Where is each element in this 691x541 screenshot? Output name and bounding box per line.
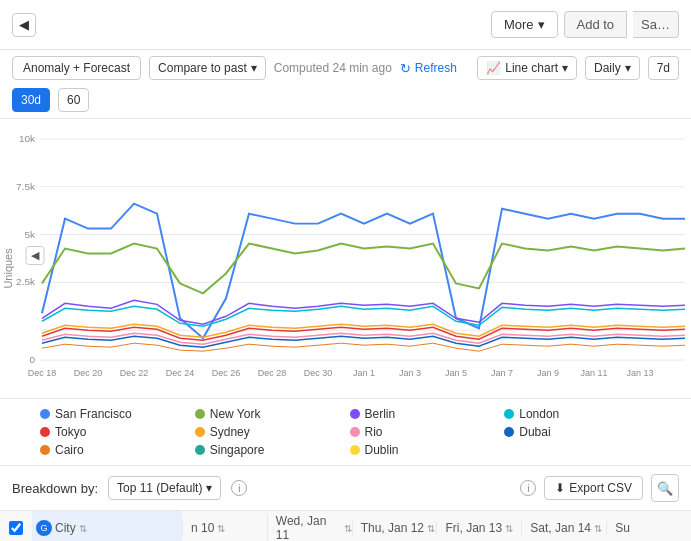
breakdown-info-icon[interactable]: i [231, 480, 247, 496]
tokyo-dot [40, 427, 50, 437]
jan14-sort-icon: ⇅ [594, 523, 602, 534]
chart-area: Uniques 10k 7.5k 5k 2.5k 0 Dec 18 [0, 119, 691, 399]
more-button[interactable]: More ▾ [491, 11, 558, 38]
legend-item[interactable]: New York [195, 407, 342, 421]
legend-item[interactable]: Cairo [40, 443, 187, 457]
legend-item[interactable]: Sydney [195, 425, 342, 439]
table-info-icon[interactable]: i [520, 480, 536, 496]
svg-text:Jan 9: Jan 9 [537, 368, 559, 378]
berlin-label: Berlin [365, 407, 396, 421]
breakdown-select[interactable]: Top 11 (Default) ▾ [108, 476, 221, 500]
legend-item[interactable]: San Francisco [40, 407, 187, 421]
period-7d-button[interactable]: 7d [648, 56, 679, 80]
svg-text:2.5k: 2.5k [16, 276, 35, 287]
save-button[interactable]: Sa… [633, 11, 679, 38]
svg-text:Jan 13: Jan 13 [627, 368, 654, 378]
chart-icon: 📈 [486, 61, 501, 75]
svg-text:Jan 11: Jan 11 [581, 368, 608, 378]
legend-item[interactable]: Dubai [504, 425, 651, 439]
dublin-label: Dublin [365, 443, 399, 457]
cairo-label: Cairo [55, 443, 84, 457]
legend-item[interactable]: London [504, 407, 651, 421]
svg-text:Dec 22: Dec 22 [120, 368, 148, 378]
sydney-label: Sydney [210, 425, 250, 439]
computed-text: Computed 24 min ago [274, 61, 392, 75]
legend-item[interactable]: Singapore [195, 443, 342, 457]
svg-text:◀: ◀ [31, 250, 40, 262]
anomaly-forecast-button[interactable]: Anomaly + Forecast [12, 56, 141, 80]
add-to-button[interactable]: Add to [564, 11, 628, 38]
export-icon: ⬇ [555, 481, 565, 495]
collapse-button[interactable]: ◀ [12, 13, 36, 37]
berlin-dot [350, 409, 360, 419]
search-button[interactable]: 🔍 [651, 474, 679, 502]
svg-text:Jan 1: Jan 1 [353, 368, 375, 378]
jan12-col-header[interactable]: Thu, Jan 12 ⇅ [352, 521, 437, 535]
san-francisco-label: San Francisco [55, 407, 132, 421]
collapse-icon: ◀ [19, 17, 29, 32]
chart-legend: San Francisco New York Berlin London Tok… [0, 399, 691, 466]
line-chart-button[interactable]: 📈 Line chart ▾ [477, 56, 577, 80]
svg-text:7.5k: 7.5k [16, 181, 35, 192]
refresh-button[interactable]: ↻ Refresh [400, 61, 457, 76]
select-all-checkbox[interactable] [9, 521, 23, 535]
city-sort-icon: ⇅ [79, 523, 87, 534]
breakdown-select-label: Top 11 (Default) [117, 481, 202, 495]
breakdown-bar: Breakdown by: Top 11 (Default) ▾ i i ⬇ E… [0, 466, 691, 511]
svg-text:5k: 5k [24, 229, 35, 240]
compare-to-past-button[interactable]: Compare to past ▾ [149, 56, 266, 80]
svg-text:Dec 20: Dec 20 [74, 368, 102, 378]
legend-item[interactable]: Rio [350, 425, 497, 439]
svg-text:Dec 18: Dec 18 [28, 368, 56, 378]
jan12-sort-icon: ⇅ [427, 523, 435, 534]
line-chart-chevron-icon: ▾ [562, 61, 568, 75]
breakdown-label: Breakdown by: [12, 481, 98, 496]
jan13-sort-icon: ⇅ [505, 523, 513, 534]
svg-text:Jan 3: Jan 3 [399, 368, 421, 378]
jan10-col-header[interactable]: n 10 ⇅ [182, 521, 267, 535]
legend-item[interactable]: Dublin [350, 443, 497, 457]
sydney-dot [195, 427, 205, 437]
rio-label: Rio [365, 425, 383, 439]
compare-chevron-icon: ▾ [251, 61, 257, 75]
city-column-header[interactable]: G City ⇅ [32, 511, 182, 541]
table-header: G City ⇅ n 10 ⇅ Wed, Jan 11 ⇅ Thu, Jan 1… [0, 511, 691, 541]
rio-dot [350, 427, 360, 437]
svg-text:Dec 24: Dec 24 [166, 368, 194, 378]
refresh-icon: ↻ [400, 61, 411, 76]
daily-chevron-icon: ▾ [625, 61, 631, 75]
london-dot [504, 409, 514, 419]
svg-text:Jan 5: Jan 5 [445, 368, 467, 378]
export-csv-button[interactable]: ⬇ Export CSV [544, 476, 643, 500]
dubai-label: Dubai [519, 425, 550, 439]
jan11-col-header[interactable]: Wed, Jan 11 ⇅ [267, 514, 352, 541]
jan13-col-header[interactable]: Fri, Jan 13 ⇅ [436, 521, 521, 535]
svg-text:0: 0 [29, 354, 35, 365]
tokyo-label: Tokyo [55, 425, 86, 439]
singapore-dot [195, 445, 205, 455]
period-60-button[interactable]: 60 [58, 88, 89, 112]
cairo-dot [40, 445, 50, 455]
more-chevron-icon: ▾ [538, 17, 545, 32]
svg-text:Uniques: Uniques [2, 248, 14, 289]
search-icon: 🔍 [657, 481, 673, 496]
jan14-col-header[interactable]: Sat, Jan 14 ⇅ [521, 521, 606, 535]
san-francisco-dot [40, 409, 50, 419]
dubai-dot [504, 427, 514, 437]
svg-text:Dec 30: Dec 30 [304, 368, 332, 378]
svg-text:10k: 10k [19, 133, 35, 144]
city-col-label: City [55, 521, 76, 535]
export-label: Export CSV [569, 481, 632, 495]
su-col-header[interactable]: Su [606, 521, 691, 535]
new-york-dot [195, 409, 205, 419]
svg-text:Dec 28: Dec 28 [258, 368, 286, 378]
daily-button[interactable]: Daily ▾ [585, 56, 640, 80]
singapore-label: Singapore [210, 443, 265, 457]
new-york-label: New York [210, 407, 261, 421]
period-30d-button[interactable]: 30d [12, 88, 50, 112]
legend-item[interactable]: Tokyo [40, 425, 187, 439]
svg-text:Dec 26: Dec 26 [212, 368, 240, 378]
dublin-dot [350, 445, 360, 455]
jan10-sort-icon: ⇅ [217, 523, 225, 534]
legend-item[interactable]: Berlin [350, 407, 497, 421]
